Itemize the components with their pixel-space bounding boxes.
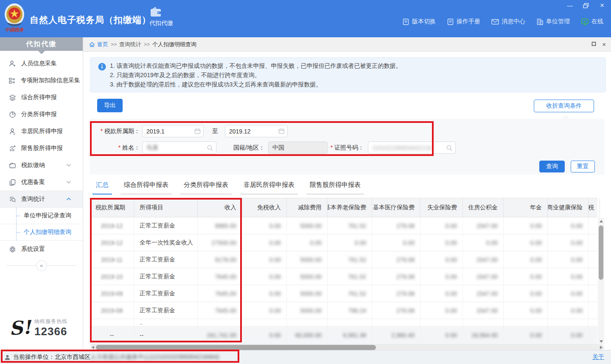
tab-4[interactable]: 限售股所得申报表 (306, 181, 364, 195)
sidebar-item-5[interactable]: 限售股所得申报 (0, 140, 83, 157)
bar-chart-icon (8, 144, 16, 152)
reset-button[interactable]: 重置 (571, 161, 595, 172)
cell: 正常工资薪金 (134, 302, 198, 319)
notice-line: 2. 只能查询2019年及之后的数据，不能进行跨年度查询。 (110, 70, 601, 80)
breadcrumb-item[interactable]: 查询统计 (119, 41, 141, 48)
hotline-title: 纳税服务热线 (34, 318, 67, 325)
cell: 1547.00 (463, 285, 504, 302)
info-icon (98, 63, 106, 71)
period-to-input[interactable]: 2019.12 (225, 125, 288, 137)
search-button[interactable]: 查询 (539, 161, 565, 172)
header-menu-item-0[interactable]: 版本切换 (402, 18, 436, 25)
cell: 0.00 (420, 251, 463, 268)
cell: 0.00 (548, 302, 589, 319)
header-menu-item-3[interactable]: 单位管理 (536, 18, 570, 25)
cell: 7645.00 (198, 268, 242, 285)
person-icon (8, 128, 16, 135)
scroll-up-icon[interactable] (598, 218, 604, 224)
sidebar-subitem-0[interactable]: 单位申报记录查询 (0, 208, 83, 224)
cell (589, 319, 597, 326)
search-icon[interactable] (446, 144, 453, 151)
tab-3[interactable]: 非居民所得申报表 (240, 181, 298, 195)
cell: 0.00 (420, 285, 463, 302)
cell: 279.08 (372, 285, 420, 302)
breadcrumb-home[interactable]: 首页 (97, 41, 108, 48)
cell: 0.00 (504, 217, 548, 234)
cell (328, 319, 372, 326)
cell: 761.52 (328, 217, 372, 234)
sidebar-item-0[interactable]: 人员信息采集 (0, 55, 83, 72)
app-window: 中国税务 自然人电子税务局（扣缴端） 代扣代缴 版本切换操作手册消息中心单位管理… (0, 0, 611, 364)
tab-1[interactable]: 综合所得申报表 (121, 181, 172, 195)
header-menu-item-1[interactable]: 操作手册 (447, 18, 480, 25)
about-link[interactable]: 关于 (592, 353, 604, 361)
cell: 761.52 (328, 251, 372, 268)
cell: 2019-11 (90, 251, 134, 268)
current-unit-visible: 北京市西城区 (55, 353, 90, 361)
scroll-right-icon[interactable] (598, 345, 604, 350)
cell: 0.00 (504, 285, 548, 302)
home-icon (89, 42, 95, 47)
id-number-input[interactable]: 110102199903042218 (368, 142, 456, 154)
online-status[interactable]: 在线 (581, 18, 603, 25)
column-header-7: 失业保险费 (420, 198, 463, 217)
calendar-icon[interactable] (278, 128, 285, 134)
cell: 0.00 (548, 285, 589, 302)
close-button[interactable]: × (597, 2, 607, 9)
sidebar-collapse-button[interactable]: « (36, 260, 47, 271)
module-nav-label: 代扣代缴 (149, 19, 173, 26)
cell: 798.24 (328, 302, 372, 319)
cell (504, 319, 548, 326)
cell: 0.00 (372, 234, 420, 251)
vertical-scroll-thumb[interactable] (599, 225, 603, 280)
sidebar-item-6[interactable]: 税款缴纳 (0, 157, 83, 174)
period-from-input[interactable]: 2019.1 (142, 125, 204, 137)
person-add-icon (8, 60, 16, 67)
cell (548, 319, 589, 326)
cell (287, 319, 328, 326)
id-number-label: 证照号码： (330, 142, 364, 153)
export-button[interactable]: 导出 (97, 99, 123, 112)
vertical-scrollbar[interactable] (598, 218, 604, 345)
sidebar-item-7[interactable]: 优惠备案 (0, 174, 83, 191)
cell: 全年一次性奖金收入 (134, 234, 198, 251)
cell (463, 319, 504, 326)
tab-0[interactable]: 汇总 (92, 181, 112, 195)
cell: 279.08 (372, 251, 420, 268)
form-list-icon (8, 77, 16, 84)
cell (198, 319, 242, 326)
column-header-9: 年金 (504, 198, 548, 217)
module-nav-withholding[interactable]: 代扣代缴 (149, 7, 173, 27)
column-header-11: 税 (589, 198, 600, 217)
pane-close-icon[interactable]: × (602, 41, 606, 48)
cell: 7645.00 (198, 285, 242, 302)
cell: 0.00 (420, 234, 463, 251)
sidebar-item-2[interactable]: 综合所得申报 (0, 89, 83, 106)
scroll-left-icon[interactable] (90, 345, 96, 350)
pane-maximize-icon[interactable] (591, 41, 596, 47)
calendar-icon[interactable] (194, 128, 201, 134)
horizontal-scrollbar[interactable] (90, 345, 604, 350)
sidebar-item-8[interactable]: 查询统计 (0, 191, 83, 208)
minimize-button[interactable]: — (565, 2, 575, 9)
app-header: 中国税务 自然人电子税务局（扣缴端） 代扣代缴 版本切换操作手册消息中心单位管理… (0, 0, 611, 37)
restore-button[interactable] (581, 2, 591, 9)
sidebar-subitem-1[interactable]: 个人扣缴明细查询 (0, 224, 83, 241)
collapse-query-button[interactable]: 收折查询条件 (534, 100, 594, 112)
table-row-5: 2019-08正常工资薪金7645.000.005000.00798.24279… (90, 302, 597, 319)
cell: 0.00 (548, 234, 589, 251)
current-unit-redacted: 人力资源公共服务中心(12110102399304218464) (90, 353, 219, 361)
scroll-down-icon[interactable] (598, 338, 604, 345)
header-menu-item-2[interactable]: 消息中心 (491, 18, 525, 25)
tab-2[interactable]: 分类所得申报表 (180, 181, 232, 195)
sidebar-item-1[interactable]: 专项附加扣除信息采集 (0, 72, 83, 89)
cell: 0.00 (548, 268, 589, 285)
name-input[interactable]: 马某 (142, 142, 216, 154)
cell: -- (90, 326, 134, 345)
query-panel-notch (562, 115, 569, 119)
search-icon[interactable] (207, 144, 213, 151)
sidebar-item-9[interactable]: 系统设置 (0, 241, 83, 258)
sidebar-item-3[interactable]: 分类所得申报 (0, 106, 83, 123)
sidebar-item-4[interactable]: 非居民所得申报 (0, 123, 83, 140)
horizontal-scroll-thumb[interactable] (96, 345, 376, 350)
